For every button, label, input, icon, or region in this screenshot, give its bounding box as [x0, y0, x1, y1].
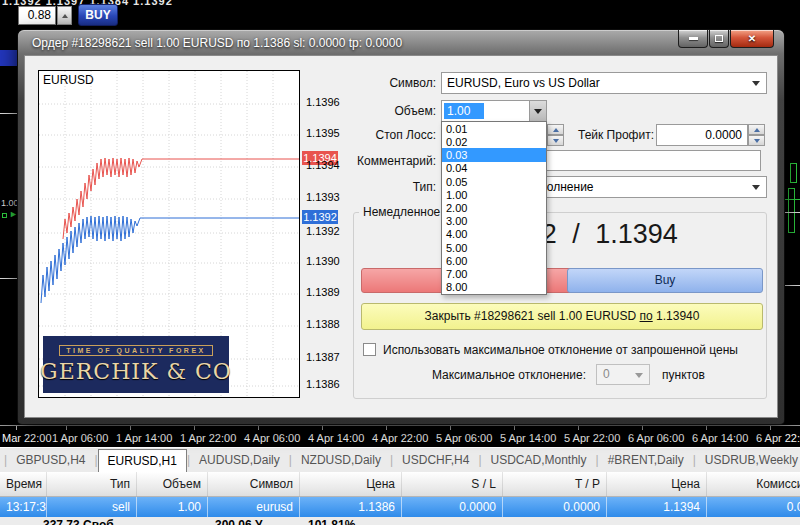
tab--brent-daily[interactable]: #BRENT,Daily: [599, 448, 693, 472]
bid-line: [784, 199, 800, 200]
time-axis-label: 1 Apr 14:00: [116, 432, 172, 444]
table-cell: 1.1386: [300, 497, 402, 517]
watermark-brand: GERCHIK & CO: [40, 359, 232, 384]
max-deviation-checkbox-label: Использовать максимальное отклонение от …: [383, 343, 738, 357]
column-header: Цена: [300, 472, 402, 496]
watermark-tagline: TIME OF QUALITY FOREX: [59, 345, 212, 356]
volume-option[interactable]: 7.00: [442, 268, 546, 281]
summary-fragment: 337.73 Своб: [43, 518, 114, 525]
table-cell: 1.1394: [607, 497, 707, 517]
one-click-buy-button[interactable]: BUY: [78, 4, 118, 26]
volume-option[interactable]: 4.00: [442, 228, 546, 241]
volume-option[interactable]: 3.00: [442, 215, 546, 228]
chart-tabs-bar: |GBPUSD,H4|EURUSD,H1|AUDUSD,Daily|NZDUSD…: [0, 447, 800, 472]
volume-combobox[interactable]: 1.00: [441, 100, 547, 122]
time-axis-label: 6 Apr 06:00: [628, 432, 684, 444]
window-controls: ✕: [677, 30, 774, 48]
chevron-down-icon: [752, 185, 760, 190]
volume-option[interactable]: 6.00: [442, 254, 546, 267]
volume-label: Объем:: [341, 104, 436, 118]
trade-table-row[interactable]: 13:17:33sell1.00eurusd1.13860.00000.0000…: [0, 497, 800, 517]
takeprofit-input[interactable]: 0.0000: [656, 124, 748, 146]
selection-fragment: [0, 50, 18, 66]
tab-gbpusd-h4[interactable]: GBPUSD,H4: [7, 448, 94, 472]
volume-option[interactable]: 0.01: [442, 122, 546, 135]
candlestick: [790, 163, 797, 183]
close-order-text-underlined: по: [640, 309, 653, 323]
volume-option[interactable]: 1.00: [442, 188, 546, 201]
dialog-body: EURUSD TIME OF QUALITY FOREX GERCHIK & C…: [24, 55, 778, 418]
order-dialog: Ордер #18298621 sell 1.00 EURUSD по 1.13…: [18, 30, 784, 424]
close-icon: ✕: [748, 33, 756, 44]
price-scale-label: 1.1388: [306, 318, 340, 330]
max-deviation-combobox[interactable]: 0: [596, 364, 650, 385]
table-cell: eurusd: [208, 497, 300, 517]
close-order-button[interactable]: Закрыть #18298621 sell 1.00 EURUSD по 1.…: [361, 303, 763, 330]
spinner-down-icon[interactable]: [748, 135, 765, 146]
max-deviation-checkbox[interactable]: [363, 343, 376, 356]
volume-dropdown[interactable]: 0.010.020.030.040.051.002.003.004.005.00…: [441, 121, 547, 295]
takeprofit-spinner[interactable]: [748, 124, 765, 146]
column-header: Время: [0, 472, 47, 496]
volume-option[interactable]: 0.04: [442, 162, 546, 175]
time-axis-label: Mar 22:00: [2, 432, 52, 444]
volume-option[interactable]: 0.03: [442, 148, 546, 161]
terminal-screen: 1.1392 1.1397 1.1384 1.1392 0.88 BUY 1.0…: [0, 0, 800, 525]
time-axis-label: 5 Apr 06:00: [436, 432, 492, 444]
tab-usdchf-h4[interactable]: USDCHF,H4: [393, 448, 478, 472]
time-axis-label: 6 Apr 22:00: [756, 432, 800, 444]
table-cell: 0.0000: [503, 497, 607, 517]
order-type-label: Тип:: [341, 180, 436, 194]
price-scale-label: 1.1386: [306, 378, 340, 390]
price-scale: 1.1394 1.1392 1.13961.13951.13941.13931.…: [302, 70, 338, 398]
one-click-volume-input[interactable]: 0.88: [18, 6, 56, 25]
max-deviation-value: 0: [603, 367, 610, 381]
tab-usdrub-weekly[interactable]: USDRUB,Weekly: [696, 448, 800, 472]
close-order-text: Закрыть #18298621 sell 1.00 EURUSD: [425, 309, 640, 323]
tab-audusd-daily[interactable]: AUDUSD,Daily: [190, 448, 289, 472]
chart-symbol-label: EURUSD: [43, 73, 94, 87]
price-scale-label: 1.1396: [306, 96, 340, 108]
tick-chart-plot: EURUSD TIME OF QUALITY FOREX GERCHIK & C…: [38, 70, 300, 398]
background-chart-left: 1.00 ►: [0, 28, 18, 425]
price-line: [784, 212, 800, 213]
price-scale-label: 1.1393: [306, 191, 340, 203]
column-header: Символ: [208, 472, 300, 496]
buy-button[interactable]: Buy: [567, 268, 763, 293]
volume-spinner-button[interactable]: [57, 6, 72, 25]
max-deviation-units: пунктов: [662, 368, 705, 382]
table-cell: 0.00: [707, 497, 800, 517]
time-axis-label: 4 Apr 14:00: [308, 432, 364, 444]
table-cell: 1.00: [137, 497, 208, 517]
ask-quote: 1.1394: [595, 219, 678, 249]
spinner-up-icon[interactable]: [748, 124, 765, 135]
time-axis: Mar 22:001 Apr 06:001 Apr 14:001 Apr 22:…: [0, 425, 800, 447]
volume-option[interactable]: 8.00: [442, 281, 546, 294]
maximize-button[interactable]: [709, 30, 729, 48]
volume-option[interactable]: 0.05: [442, 175, 546, 188]
time-axis-label: 1 Apr 22:00: [180, 432, 236, 444]
volume-option[interactable]: 0.02: [442, 135, 546, 148]
stoploss-label: Стоп Лосс:: [341, 128, 436, 142]
chevron-down-icon: [635, 373, 643, 378]
chevron-up-icon: [62, 14, 68, 18]
time-axis-label: 5 Apr 22:00: [564, 432, 620, 444]
volume-dropdown-button[interactable]: [529, 101, 546, 121]
tab-usdcad-monthly[interactable]: USDCAD,Monthly: [482, 448, 596, 472]
volume-option[interactable]: 5.00: [442, 241, 546, 254]
close-button[interactable]: ✕: [730, 30, 774, 48]
dialog-title[interactable]: Ордер #18298621 sell 1.00 EURUSD по 1.13…: [32, 36, 402, 50]
symbol-select[interactable]: EURUSD, Euro vs US Dollar: [441, 72, 767, 94]
time-axis-label: 4 Apr 06:00: [244, 432, 300, 444]
arrow-right-icon: ►: [9, 209, 18, 219]
tab-nzdusd-daily[interactable]: NZDUSD,Daily: [292, 448, 390, 472]
tab-eurusd-h1[interactable]: EURUSD,H1: [98, 449, 187, 472]
minimize-button[interactable]: [678, 30, 708, 48]
column-header: Тип: [47, 472, 137, 496]
symbol-label: Символ:: [341, 76, 436, 90]
time-axis-label: 5 Apr 14:00: [500, 432, 556, 444]
order-marker-icon: [2, 213, 7, 218]
volume-option[interactable]: 2.00: [442, 201, 546, 214]
close-order-text: 1.13940: [653, 309, 700, 323]
chevron-down-icon: [534, 109, 542, 114]
